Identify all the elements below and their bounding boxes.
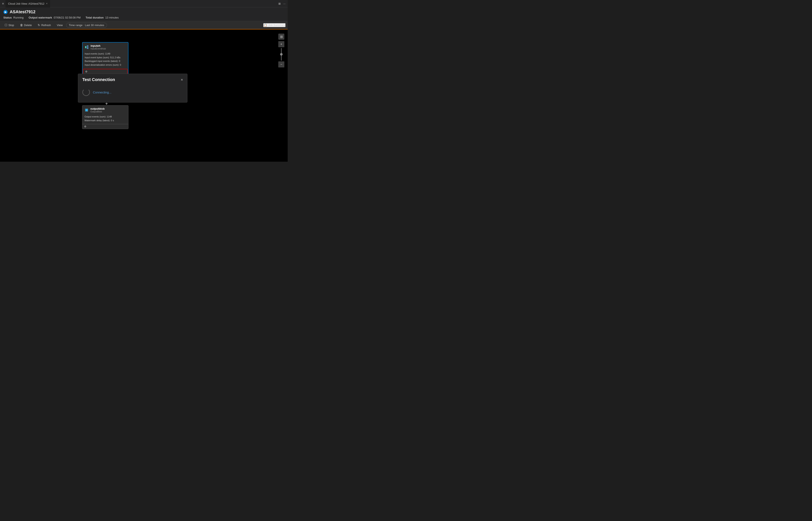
svg-rect-5 <box>86 109 87 111</box>
output-node-name: outputblob <box>90 107 105 110</box>
view-button[interactable]: View <box>54 23 65 28</box>
layout-icon[interactable]: ⊞ <box>278 2 281 5</box>
window-controls: ⊞ ··· <box>278 2 286 5</box>
delete-button[interactable]: 🗑 Delete <box>18 23 35 28</box>
job-status-icon: ▶ <box>3 10 7 14</box>
job-summary-button[interactable]: 📋 Job Summary <box>263 23 286 27</box>
output-node: outputblob OutputBlob Output events (sum… <box>82 105 129 129</box>
stop-button[interactable]: ☐ Stop <box>2 23 17 28</box>
job-header: ▶ ASAtest7912 Status Running Output wate… <box>0 7 288 21</box>
svg-rect-0 <box>85 46 86 48</box>
output-node-type: OutputBlob <box>90 110 105 113</box>
svg-rect-2 <box>87 47 88 48</box>
input-node-header: inputeh InputEventHub <box>83 43 128 51</box>
stop-icon: ☐ <box>5 23 7 27</box>
tab-label: Cloud Job View: ASAtest7912 <box>8 2 44 5</box>
title-bar: ≡ Cloud Job View: ASAtest7912 × ⊞ ··· <box>0 0 288 7</box>
input-connection-icon: ⚙ <box>85 70 88 74</box>
job-meta: Status Running Output watermark 07/06/21… <box>3 16 284 21</box>
output-node-icon <box>85 108 89 112</box>
dialog-header: Test Connection × <box>78 74 187 84</box>
refresh-button[interactable]: ↻ Refresh <box>35 23 53 28</box>
menu-icon[interactable]: ≡ <box>2 2 4 5</box>
input-metric-1: Input event bytes (sum): 511.2 kBs <box>85 56 126 60</box>
input-node: inputeh InputEventHub Input events (sum)… <box>82 42 129 75</box>
duration-label: Total duration <box>86 16 104 19</box>
zoom-controls: ⊞ + − <box>278 34 284 67</box>
dialog-title: Test Connection <box>82 77 115 82</box>
connecting-text: Connecting... <box>93 91 111 94</box>
job-summary-label: Job Summary <box>268 24 285 27</box>
zoom-in-button[interactable]: + <box>278 41 284 47</box>
stop-label: Stop <box>8 24 14 27</box>
toolbar: ☐ Stop 🗑 Delete ↻ Refresh View Time rang… <box>0 21 288 29</box>
watermark-value: 07/06/21 02:58:08 PM <box>54 16 81 19</box>
connecting-spinner <box>82 88 90 96</box>
time-range-label: Time range : Last 30 minutes <box>69 24 104 27</box>
zoom-slider-thumb <box>280 53 283 55</box>
svg-rect-1 <box>87 45 88 46</box>
time-range-button[interactable]: Time range : Last 30 minutes <box>66 23 107 28</box>
output-node-footer[interactable]: ⚙ <box>82 124 128 129</box>
delete-icon: 🗑 <box>20 23 23 27</box>
refresh-label: Refresh <box>41 24 51 27</box>
job-summary-icon: 📋 <box>264 24 267 27</box>
delete-label: Delete <box>24 24 32 27</box>
refresh-icon: ↻ <box>38 23 40 27</box>
dialog-body: Connecting... <box>78 84 187 102</box>
input-metric-3: Input deserialization errors (sum): 0 <box>85 63 126 67</box>
status-value: Running <box>13 16 23 19</box>
more-icon[interactable]: ··· <box>283 2 286 5</box>
duration-value: 13 minutes <box>105 16 119 19</box>
status-label: Status <box>3 16 12 19</box>
canvas-area: ⊞ + − inputeh InputEventHub Input even <box>0 29 288 162</box>
test-connection-dialog: Test Connection × Connecting... <box>78 74 187 103</box>
output-node-metrics: Output events (sum): 1148 Watermark dela… <box>82 114 128 124</box>
view-label: View <box>57 24 63 27</box>
zoom-out-button[interactable]: − <box>278 62 284 67</box>
arrow-head <box>105 103 108 105</box>
output-node-header: outputblob OutputBlob <box>82 106 128 114</box>
input-metric-0: Input events (sum): 1149 <box>85 52 126 56</box>
output-metric-0: Output events (sum): 1148 <box>85 115 126 119</box>
tab[interactable]: Cloud Job View: ASAtest7912 × <box>5 0 50 7</box>
zoom-fit-button[interactable]: ⊞ <box>278 34 284 40</box>
watermark-label: Output watermark <box>29 16 52 19</box>
input-node-metrics: Input events (sum): 1149 Input event byt… <box>83 51 128 68</box>
input-node-name: inputeh <box>91 44 106 47</box>
input-metric-2: Backlogged input events (latest): 0 <box>85 59 126 63</box>
input-node-type: InputEventHub <box>91 47 106 50</box>
output-connection-icon: ⚙ <box>83 124 87 129</box>
output-metric-1: Watermark delay (latest): 0 s <box>85 119 126 122</box>
job-name: ASAtest7912 <box>10 9 36 14</box>
tab-close-icon[interactable]: × <box>46 2 48 5</box>
svg-rect-3 <box>87 48 88 49</box>
dialog-close-button[interactable]: × <box>181 78 183 82</box>
zoom-slider[interactable] <box>281 48 282 61</box>
input-node-icon <box>85 45 89 49</box>
